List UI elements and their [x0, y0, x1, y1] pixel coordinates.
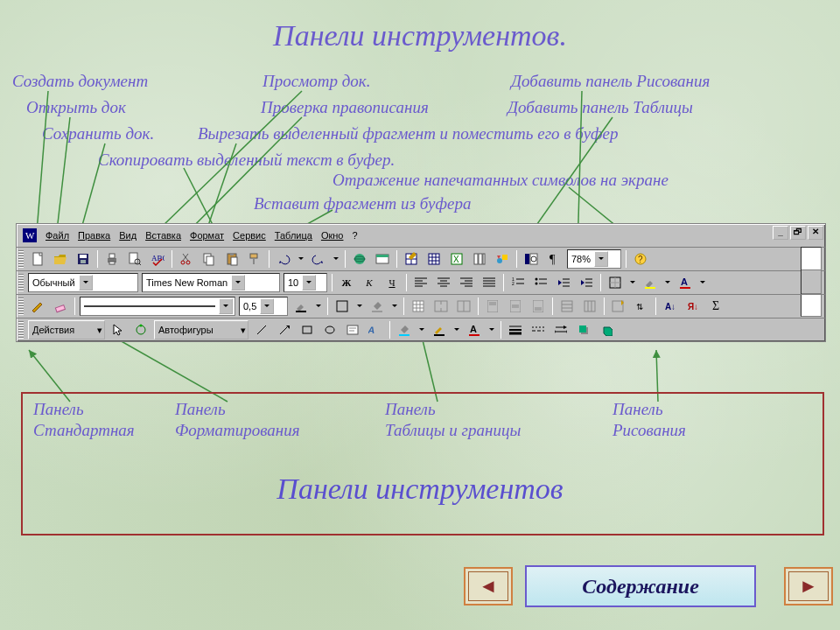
font-color-dropdown[interactable]: [697, 272, 708, 293]
autoformat-table-button[interactable]: [608, 296, 629, 317]
line-color-draw-button[interactable]: [429, 319, 450, 340]
dash-style-button[interactable]: [528, 319, 549, 340]
drawing-panel-button[interactable]: [492, 248, 513, 270]
align-left-button[interactable]: [410, 272, 431, 293]
align-bottom-button[interactable]: [528, 296, 549, 317]
grip-icon[interactable]: [18, 321, 24, 339]
align-right-button[interactable]: [456, 272, 477, 293]
hyperlink-button[interactable]: [349, 248, 370, 270]
next-slide-button[interactable]: ►: [784, 567, 833, 606]
outside-border-button[interactable]: [332, 296, 353, 317]
menu-format[interactable]: Формат: [186, 224, 228, 247]
menu-window[interactable]: Окно: [317, 224, 348, 247]
autosum-button[interactable]: Σ: [705, 296, 726, 317]
decrease-indent-button[interactable]: [553, 272, 574, 293]
menu-service[interactable]: Сервис: [228, 224, 270, 247]
justify-button[interactable]: [479, 272, 500, 293]
line-color-draw-dropdown[interactable]: [452, 319, 462, 340]
fill-color-draw-dropdown[interactable]: [416, 319, 427, 340]
contents-button[interactable]: Содержание: [525, 565, 756, 607]
web-toolbar-button[interactable]: [372, 248, 393, 270]
menu-help[interactable]: ?: [347, 224, 361, 247]
align-middle-button[interactable]: [505, 296, 526, 317]
redo-dropdown[interactable]: [331, 248, 341, 270]
arrow-button[interactable]: [274, 319, 295, 340]
wordart-button[interactable]: A: [365, 319, 386, 340]
copy-button[interactable]: [199, 248, 220, 270]
style-combo[interactable]: Обычный: [28, 273, 138, 292]
columns-button[interactable]: [469, 248, 490, 270]
textbox-button[interactable]: [342, 319, 363, 340]
italic-button[interactable]: К: [359, 272, 380, 293]
excel-button[interactable]: X: [446, 248, 467, 270]
rotate-button[interactable]: [130, 319, 151, 340]
spellcheck-button[interactable]: ABC: [147, 248, 168, 270]
merge-cells-button[interactable]: [430, 296, 452, 317]
insert-table-button[interactable]: [424, 248, 444, 270]
menu-view[interactable]: Вид: [115, 224, 141, 247]
undo-button[interactable]: [273, 248, 294, 270]
line-button[interactable]: [251, 319, 272, 340]
arrow-style-button[interactable]: [550, 319, 571, 340]
draw-table-button[interactable]: [27, 296, 48, 317]
split-cells-button[interactable]: [453, 296, 474, 317]
new-doc-button[interactable]: [27, 248, 48, 270]
rectangle-button[interactable]: [297, 319, 318, 340]
highlight-dropdown[interactable]: [662, 272, 673, 293]
format-painter-button[interactable]: [244, 248, 265, 270]
font-size-combo[interactable]: 10: [284, 273, 327, 292]
paste-button[interactable]: [221, 248, 242, 270]
align-top-button[interactable]: [482, 296, 503, 317]
3d-button[interactable]: [596, 319, 617, 340]
prev-slide-button[interactable]: ◄: [464, 567, 513, 606]
shadow-button[interactable]: [573, 319, 594, 340]
sort-desc-button[interactable]: Я↓: [682, 296, 704, 317]
menu-insert[interactable]: Вставка: [141, 224, 186, 247]
borders-button[interactable]: [605, 272, 626, 293]
underline-button[interactable]: Ч: [382, 272, 402, 293]
bold-button[interactable]: Ж: [336, 272, 357, 293]
actions-menu[interactable]: Действия ▾: [28, 320, 105, 340]
distribute-cols-button[interactable]: [579, 296, 600, 317]
insert-table2-button[interactable]: [408, 296, 429, 317]
font-combo[interactable]: Times New Roman: [142, 273, 280, 292]
show-paragraph-button[interactable]: ¶: [543, 248, 564, 270]
autoshapes-menu[interactable]: Автофигуры ▾: [154, 320, 248, 340]
outside-border-dropdown[interactable]: [354, 296, 365, 317]
font-color-draw-button[interactable]: А: [464, 319, 485, 340]
restore-button[interactable]: 🗗: [790, 226, 806, 240]
increase-indent-button[interactable]: [576, 272, 597, 293]
font-color-button[interactable]: А: [675, 272, 696, 293]
numbered-list-button[interactable]: 12: [508, 272, 528, 293]
border-color-button[interactable]: [290, 296, 312, 317]
text-direction-button[interactable]: ⇅: [631, 296, 652, 317]
doc-map-button[interactable]: [521, 248, 542, 270]
tables-borders-button[interactable]: [401, 248, 422, 270]
minimize-button[interactable]: _: [773, 226, 788, 240]
highlight-button[interactable]: [640, 272, 661, 293]
help-button[interactable]: ?: [630, 248, 651, 270]
redo-button[interactable]: [308, 248, 329, 270]
fill-color-dropdown[interactable]: [389, 296, 400, 317]
menu-file[interactable]: Файл: [41, 224, 74, 247]
eraser-button[interactable]: [50, 296, 71, 317]
line-style-combo[interactable]: [80, 297, 235, 316]
sort-asc-button[interactable]: А↓: [660, 296, 681, 317]
save-doc-button[interactable]: [73, 248, 94, 270]
bulleted-list-button[interactable]: [530, 272, 551, 293]
border-color-dropdown[interactable]: [313, 296, 324, 317]
print-button[interactable]: [102, 248, 122, 270]
line-style-button[interactable]: [505, 319, 526, 340]
print-preview-button[interactable]: [124, 248, 145, 270]
oval-button[interactable]: [319, 319, 340, 340]
font-color-draw-dropdown[interactable]: [486, 319, 497, 340]
menu-table[interactable]: Таблица: [270, 224, 317, 247]
fill-color-draw-button[interactable]: [394, 319, 415, 340]
undo-dropdown[interactable]: [296, 248, 306, 270]
zoom-combo[interactable]: 78%: [567, 249, 621, 269]
align-center-button[interactable]: [433, 272, 454, 293]
menu-edit[interactable]: Правка: [74, 224, 115, 247]
fill-color-button[interactable]: [367, 296, 388, 317]
cut-button[interactable]: [176, 248, 197, 270]
grip-icon[interactable]: [18, 298, 24, 315]
